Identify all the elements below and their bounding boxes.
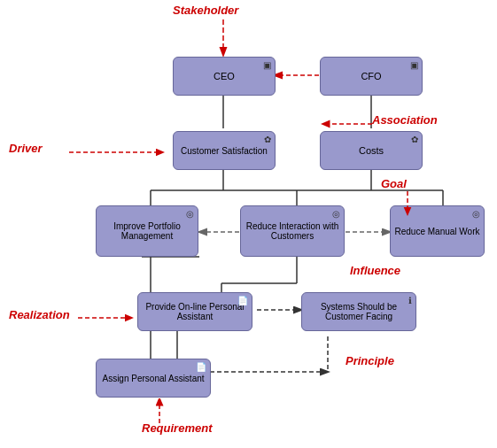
reduce-interaction-label: Reduce Interaction with Customers — [241, 221, 344, 241]
improve-portfolio-label: Improve Portfolio Management — [97, 221, 198, 241]
provide-online-node[interactable]: Provide On-line Personal Assistant 📄 — [137, 292, 252, 331]
improve-portfolio-icon: ◎ — [186, 209, 194, 219]
customer-satisfaction-icon: ✿ — [264, 135, 271, 144]
provide-online-icon: 📄 — [237, 296, 248, 305]
cfo-label: CFO — [361, 71, 381, 81]
driver-label: Driver — [9, 142, 43, 155]
assign-personal-node[interactable]: Assign Personal Assistant 📄 — [96, 359, 211, 398]
assign-personal-icon: 📄 — [196, 362, 206, 372]
costs-node[interactable]: Costs ✿ — [320, 131, 423, 170]
principle-label: Principle — [346, 354, 394, 367]
goal-label: Goal — [381, 177, 407, 190]
association-arrow — [319, 118, 377, 130]
reduce-manual-icon: ◎ — [472, 209, 480, 219]
stakeholder-label: Stakeholder — [173, 4, 238, 17]
ceo-node[interactable]: CEO ▣ — [173, 57, 276, 96]
customer-satisfaction-label: Customer Satisfaction — [181, 146, 268, 156]
systems-should-label: Systems Should be Customer Facing — [302, 302, 415, 321]
realization-arrow — [78, 312, 138, 324]
influence-label: Influence — [350, 264, 400, 277]
provide-online-label: Provide On-line Personal Assistant — [138, 302, 252, 321]
cfo-node[interactable]: CFO ▣ — [320, 57, 423, 96]
association-label: Association — [372, 113, 438, 127]
improve-portfolio-node[interactable]: Improve Portfolio Management ◎ — [96, 205, 198, 257]
systems-should-node[interactable]: Systems Should be Customer Facing ℹ — [301, 292, 416, 331]
ceo-icon: ▣ — [263, 60, 271, 70]
goal-arrow — [399, 191, 416, 218]
ceo-label: CEO — [214, 71, 235, 81]
costs-label: Costs — [359, 145, 384, 156]
assign-personal-label: Assign Personal Assistant — [102, 374, 204, 383]
cfo-icon: ▣ — [410, 60, 418, 70]
diagram-container: Stakeholder CEO ▣ CFO ▣ Customer Satisfa… — [0, 0, 497, 448]
reduce-interaction-icon: ◎ — [332, 209, 340, 219]
realization-label: Realization — [9, 308, 70, 321]
requirement-arrow — [151, 398, 168, 425]
driver-arrow — [69, 143, 168, 161]
systems-should-icon: ℹ — [408, 296, 412, 305]
reduce-manual-label: Reduce Manual Work — [395, 227, 480, 236]
reduce-interaction-node[interactable]: Reduce Interaction with Customers ◎ — [240, 205, 345, 257]
customer-satisfaction-node[interactable]: Customer Satisfaction ✿ — [173, 131, 276, 170]
costs-icon: ✿ — [411, 135, 418, 144]
